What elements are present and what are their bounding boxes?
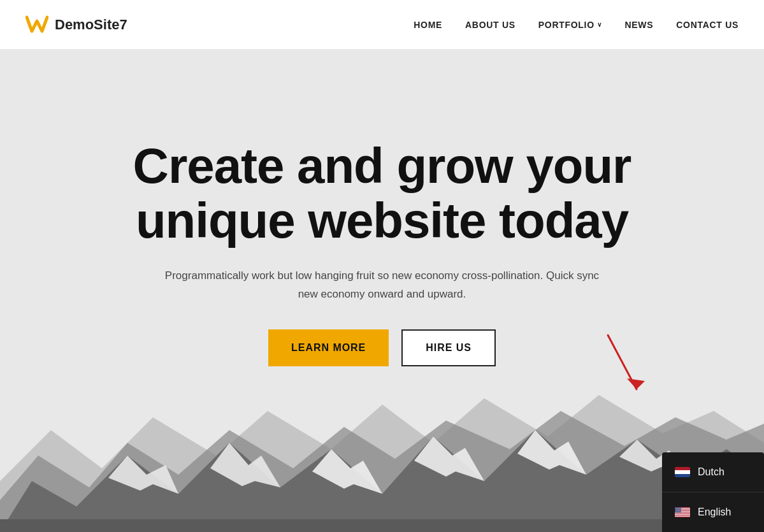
svg-point-36 [679,510,679,511]
hero-subtitle: Programmatically work but low hanging fr… [159,267,605,304]
svg-point-33 [681,510,681,510]
svg-point-38 [675,512,676,512]
learn-more-button[interactable]: LEARN MORE [268,329,389,366]
hire-us-button[interactable]: HIRE US [401,329,496,366]
lang-english[interactable]: English [662,492,764,532]
svg-point-24 [681,508,681,508]
svg-point-20 [675,508,676,508]
hero-content: Create and grow your unique website toda… [133,139,631,366]
svg-rect-16 [675,513,690,514]
svg-rect-9 [0,519,764,532]
svg-point-40 [678,512,679,512]
language-dropdown: Dutch [662,452,764,532]
svg-point-21 [677,508,677,508]
svg-point-23 [679,508,680,508]
svg-point-41 [679,512,680,512]
nav-contact-us[interactable]: CONTACT US [676,20,739,30]
svg-point-26 [677,508,678,509]
site-name: DemoSite7 [55,17,127,33]
mountain-background [0,392,764,532]
svg-rect-17 [675,514,690,515]
nav-news[interactable]: NEWS [624,20,653,30]
svg-point-32 [679,510,680,510]
lang-dutch[interactable]: Dutch [662,452,764,492]
nav-about-us[interactable]: ABOUT US [465,20,515,30]
svg-point-28 [680,508,681,509]
hero-section: Create and grow your unique website toda… [0,50,764,532]
dutch-flag-icon [675,467,690,477]
svg-point-31 [678,510,679,510]
svg-marker-11 [627,378,645,389]
english-flag-icon [675,507,690,517]
hero-title: Create and grow your unique website toda… [133,139,631,248]
svg-point-30 [677,510,677,510]
chevron-down-icon: ∨ [597,21,602,28]
nav-portfolio[interactable]: PORTFOLIO ∨ [538,20,602,30]
logo[interactable]: DemoSite7 [25,13,127,36]
svg-point-39 [677,512,677,512]
svg-rect-18 [675,516,690,517]
logo-icon [25,13,48,36]
svg-point-22 [678,508,679,508]
nav-home[interactable]: HOME [414,20,442,30]
svg-point-34 [676,510,677,511]
svg-point-25 [676,508,677,509]
site-header: DemoSite7 HOME ABOUT US PORTFOLIO ∨ NEWS… [0,0,764,50]
svg-point-37 [680,510,681,511]
svg-point-29 [675,510,676,510]
main-nav: HOME ABOUT US PORTFOLIO ∨ NEWS CONTACT U… [414,20,739,30]
svg-point-42 [681,512,681,512]
hero-buttons: LEARN MORE HIRE US [133,329,631,366]
svg-point-35 [677,510,678,511]
arrow-annotation [595,329,646,408]
svg-point-27 [679,508,679,509]
